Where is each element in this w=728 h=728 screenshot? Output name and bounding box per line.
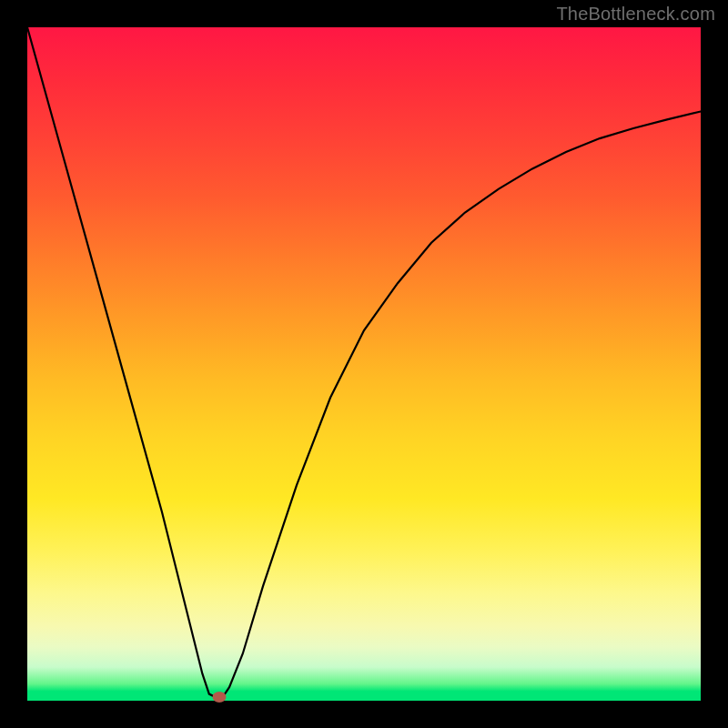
minimum-marker (212, 692, 226, 703)
plot-area (27, 27, 701, 701)
chart-frame: TheBottleneck.com (0, 0, 728, 728)
bottleneck-curve (27, 27, 701, 697)
watermark-text: TheBottleneck.com (556, 4, 715, 25)
curve-svg (27, 27, 701, 701)
